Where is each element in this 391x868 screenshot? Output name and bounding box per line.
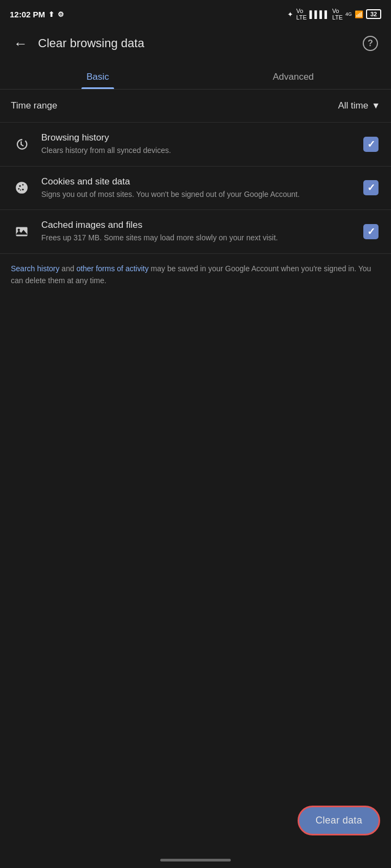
back-button[interactable]: ← — [9, 31, 33, 55]
home-indicator — [160, 859, 231, 861]
svg-point-0 — [16, 182, 28, 194]
cached-text: Cached images and files Frees up 317 MB.… — [41, 220, 353, 244]
cached-checkbox-area[interactable]: ✓ — [362, 222, 380, 241]
status-icons: ✦ VoLTE ▌▌▌▌ VoLTE 4G 📶 32 — [287, 8, 381, 21]
page-title: Clear browsing data — [38, 36, 358, 50]
battery-level: 32 — [370, 11, 377, 17]
tab-advanced-label: Advanced — [273, 72, 314, 82]
history-checkbox[interactable]: ✓ — [363, 137, 379, 152]
dropdown-arrow-icon: ▼ — [371, 101, 380, 111]
svg-point-2 — [22, 184, 24, 186]
signal-icon: VoLTE — [296, 8, 306, 21]
tab-basic-label: Basic — [86, 72, 109, 82]
signal2-icon: VoLTE — [332, 8, 343, 21]
clear-data-button-area: Clear data — [298, 806, 380, 835]
status-time-area: 12:02 PM ⬆ ⚙ — [10, 10, 64, 19]
wifi-icon: 📶 — [355, 10, 363, 18]
svg-point-5 — [20, 190, 21, 191]
svg-point-4 — [22, 189, 24, 190]
history-title: Browsing history — [41, 132, 353, 143]
footer-note: Search history and other forms of activi… — [0, 254, 391, 303]
tab-basic[interactable]: Basic — [0, 63, 195, 89]
history-icon-area — [11, 137, 33, 151]
battery-indicator: 32 — [366, 9, 381, 19]
time-range-select[interactable]: All time ▼ — [338, 100, 380, 111]
cached-checkmark: ✓ — [367, 226, 375, 238]
cookies-row: Cookies and site data Signs you out of m… — [0, 167, 391, 210]
upload-icon: ⬆ — [48, 10, 54, 18]
clear-data-button[interactable]: Clear data — [298, 806, 380, 835]
bars-icon: ▌▌▌▌ — [310, 10, 330, 18]
footer-text-connector: and — [59, 264, 76, 273]
tabs-container: Basic Advanced — [0, 63, 391, 90]
signal3-icon: 4G — [345, 11, 352, 17]
status-time: 12:02 PM — [10, 10, 45, 19]
svg-point-3 — [18, 188, 20, 190]
cookies-checkbox[interactable]: ✓ — [363, 180, 379, 195]
svg-rect-6 — [16, 227, 28, 236]
tab-advanced[interactable]: Advanced — [195, 63, 391, 89]
cached-desc: Frees up 317 MB. Some sites may load mor… — [41, 233, 353, 244]
time-range-row: Time range All time ▼ — [0, 90, 391, 122]
cookies-title: Cookies and site data — [41, 176, 353, 187]
app-bar: ← Clear browsing data ? — [0, 26, 391, 61]
cached-title: Cached images and files — [41, 220, 353, 231]
cookie-icon — [15, 181, 29, 195]
history-desc: Clears history from all synced devices. — [41, 145, 353, 156]
help-button[interactable]: ? — [358, 31, 382, 55]
cached-images-row: Cached images and files Frees up 317 MB.… — [0, 210, 391, 253]
help-label: ? — [368, 39, 373, 48]
status-bar: 12:02 PM ⬆ ⚙ ✦ VoLTE ▌▌▌▌ VoLTE 4G 📶 32 — [0, 0, 391, 26]
cookies-checkbox-area[interactable]: ✓ — [362, 178, 380, 197]
tab-active-indicator — [81, 87, 114, 89]
cookies-desc: Signs you out of most sites. You won't b… — [41, 189, 353, 200]
time-range-label: Time range — [11, 100, 57, 111]
cookie-icon-area — [11, 181, 33, 195]
help-icon: ? — [363, 36, 378, 51]
history-icon — [15, 137, 29, 151]
history-checkbox-area[interactable]: ✓ — [362, 135, 380, 154]
cookies-text: Cookies and site data Signs you out of m… — [41, 176, 353, 200]
time-range-value: All time — [338, 100, 368, 111]
svg-point-9 — [17, 229, 20, 231]
settings-status-icon: ⚙ — [58, 10, 64, 18]
activity-link[interactable]: other forms of activity — [77, 264, 149, 273]
browsing-history-row: Browsing history Clears history from all… — [0, 123, 391, 166]
cache-icon — [15, 225, 29, 239]
svg-point-1 — [19, 186, 21, 187]
cache-icon-area — [11, 225, 33, 239]
cookies-checkmark: ✓ — [367, 182, 375, 194]
back-arrow-icon: ← — [14, 35, 28, 52]
cached-checkbox[interactable]: ✓ — [363, 224, 379, 239]
search-history-link[interactable]: Search history — [11, 264, 59, 273]
history-text: Browsing history Clears history from all… — [41, 132, 353, 156]
history-checkmark: ✓ — [367, 138, 375, 150]
bluetooth-icon: ✦ — [287, 10, 293, 18]
